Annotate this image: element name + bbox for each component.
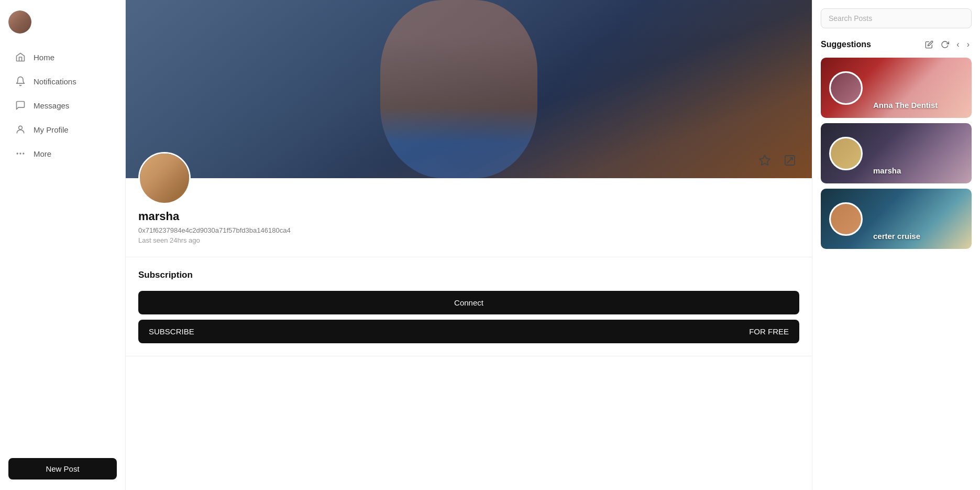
sidebar-item-home[interactable]: Home (8, 46, 117, 68)
main-content: marsha 0x71f6237984e4c2d9030a71f57bfd3ba… (126, 0, 812, 490)
sidebar-item-more-label: More (34, 149, 51, 158)
home-icon (15, 51, 26, 63)
suggestion-card-3[interactable]: certer cruise (821, 189, 972, 249)
profile-last-seen: Last seen 24hrs ago (138, 236, 799, 244)
bell-icon (15, 75, 26, 87)
new-post-button[interactable]: New Post (8, 458, 117, 480)
suggestion-avatar-3 (829, 202, 863, 236)
extra-section (126, 356, 812, 419)
subscribe-label: SUBSCRIBE (149, 327, 194, 336)
favorite-button[interactable] (755, 151, 774, 170)
svg-point-0 (19, 126, 23, 129)
profile-actions (755, 151, 799, 170)
sidebar-item-home-label: Home (34, 53, 54, 62)
search-input[interactable] (821, 8, 972, 28)
next-suggestions-button[interactable]: › (965, 39, 972, 50)
prev-suggestions-button[interactable]: ‹ (954, 39, 961, 50)
sidebar-item-messages-label: Messages (34, 101, 69, 110)
suggestions-header: Suggestions ‹ › (821, 39, 972, 50)
subscribe-right-label: FOR FREE (749, 327, 789, 336)
message-icon (15, 100, 26, 111)
svg-point-2 (23, 153, 24, 154)
suggestion-avatar-1 (829, 71, 863, 105)
sidebar-nav: Home Notifications Messages (8, 46, 117, 450)
banner-background (126, 0, 812, 178)
sidebar: Home Notifications Messages (0, 0, 126, 490)
profile-banner (126, 0, 812, 178)
suggestion-avatar-2 (829, 137, 863, 170)
subscribe-button[interactable]: SUBSCRIBE FOR FREE (138, 320, 799, 343)
edit-suggestions-button[interactable] (923, 39, 935, 50)
more-icon (15, 148, 26, 159)
avatar[interactable] (8, 10, 31, 34)
share-button[interactable] (780, 151, 799, 170)
suggestion-name-1: Anna The Dentist (873, 101, 938, 110)
refresh-suggestions-button[interactable] (939, 39, 951, 50)
profile-info: marsha 0x71f6237984e4c2d9030a71f57bfd3ba… (126, 178, 812, 257)
sidebar-item-more[interactable]: More (8, 143, 117, 165)
person-icon (15, 124, 26, 135)
profile-address: 0x71f6237984e4c2d9030a71f57bfd3ba146180c… (138, 226, 799, 234)
profile-name: marsha (138, 210, 799, 223)
suggestion-card-1[interactable]: Anna The Dentist (821, 58, 972, 118)
connect-button[interactable]: Connect (138, 291, 799, 314)
suggestion-card-2[interactable]: marsha (821, 123, 972, 183)
sidebar-item-notifications[interactable]: Notifications (8, 70, 117, 92)
sidebar-item-messages[interactable]: Messages (8, 94, 117, 116)
suggestions-controls: ‹ › (923, 39, 972, 50)
subscription-title: Subscription (138, 270, 799, 280)
right-sidebar: Suggestions ‹ › Anna The Dent (812, 0, 980, 490)
suggestion-name-2: marsha (873, 166, 901, 175)
svg-point-3 (17, 153, 18, 154)
svg-marker-4 (759, 155, 770, 165)
sidebar-item-notifications-label: Notifications (34, 77, 76, 86)
search-box (821, 8, 972, 28)
svg-point-1 (20, 153, 21, 154)
sidebar-item-my-profile[interactable]: My Profile (8, 118, 117, 140)
suggestions-title: Suggestions (821, 40, 871, 49)
sidebar-item-my-profile-label: My Profile (34, 125, 69, 134)
profile-avatar (138, 152, 191, 204)
suggestion-name-3: certer cruise (873, 232, 920, 241)
subscription-section: Subscription Connect SUBSCRIBE FOR FREE (126, 257, 812, 356)
